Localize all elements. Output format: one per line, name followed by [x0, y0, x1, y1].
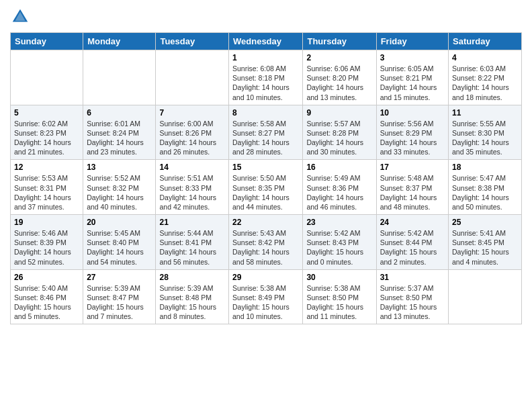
calendar-cell: 27Sunrise: 5:39 AM Sunset: 8:47 PM Dayli… — [83, 269, 156, 324]
day-number: 8 — [232, 108, 299, 118]
calendar-cell: 5Sunrise: 6:02 AM Sunset: 8:23 PM Daylig… — [11, 105, 83, 160]
day-info: Sunrise: 5:49 AM Sunset: 8:36 PM Dayligh… — [306, 173, 372, 212]
calendar-cell: 29Sunrise: 5:38 AM Sunset: 8:49 PM Dayli… — [229, 269, 303, 324]
calendar-cell: 30Sunrise: 5:38 AM Sunset: 8:50 PM Dayli… — [303, 269, 376, 324]
calendar-cell: 16Sunrise: 5:49 AM Sunset: 8:36 PM Dayli… — [303, 160, 376, 215]
day-info: Sunrise: 6:08 AM Sunset: 8:18 PM Dayligh… — [232, 64, 299, 102]
day-info: Sunrise: 5:51 AM Sunset: 8:33 PM Dayligh… — [159, 173, 225, 212]
day-number: 14 — [159, 163, 225, 172]
day-info: Sunrise: 5:44 AM Sunset: 8:41 PM Dayligh… — [159, 228, 225, 267]
day-number: 27 — [87, 273, 152, 282]
day-number: 13 — [87, 163, 152, 172]
day-number: 12 — [14, 163, 79, 172]
calendar-cell: 19Sunrise: 5:46 AM Sunset: 8:39 PM Dayli… — [11, 215, 83, 270]
calendar-cell: 1Sunrise: 6:08 AM Sunset: 8:18 PM Daylig… — [229, 50, 303, 105]
calendar: SundayMondayTuesdayWednesdayThursdayFrid… — [10, 32, 522, 324]
calendar-cell — [83, 50, 156, 105]
logo-icon — [10, 7, 30, 27]
day-number: 24 — [380, 218, 445, 227]
calendar-cell: 23Sunrise: 5:42 AM Sunset: 8:43 PM Dayli… — [303, 215, 376, 270]
day-info: Sunrise: 5:50 AM Sunset: 8:35 PM Dayligh… — [232, 173, 299, 212]
weekday-header: Tuesday — [156, 33, 229, 50]
calendar-cell: 24Sunrise: 5:42 AM Sunset: 8:44 PM Dayli… — [376, 215, 448, 270]
day-info: Sunrise: 5:56 AM Sunset: 8:29 PM Dayligh… — [380, 119, 445, 157]
calendar-cell: 28Sunrise: 5:39 AM Sunset: 8:48 PM Dayli… — [156, 269, 229, 324]
day-number: 28 — [159, 273, 225, 282]
day-number: 1 — [232, 53, 299, 62]
day-number: 5 — [14, 108, 79, 118]
day-info: Sunrise: 5:40 AM Sunset: 8:46 PM Dayligh… — [14, 283, 79, 322]
day-number: 29 — [232, 273, 299, 282]
page: SundayMondayTuesdayWednesdayThursdayFrid… — [0, 0, 532, 411]
weekday-row: SundayMondayTuesdayWednesdayThursdayFrid… — [11, 33, 522, 50]
calendar-header: SundayMondayTuesdayWednesdayThursdayFrid… — [11, 33, 522, 50]
day-number: 2 — [306, 53, 372, 62]
day-number: 6 — [87, 108, 152, 118]
calendar-cell: 10Sunrise: 5:56 AM Sunset: 8:29 PM Dayli… — [376, 105, 448, 160]
calendar-cell: 13Sunrise: 5:52 AM Sunset: 8:32 PM Dayli… — [83, 160, 156, 215]
day-number: 4 — [452, 53, 518, 62]
weekday-header: Wednesday — [229, 33, 303, 50]
calendar-cell: 20Sunrise: 5:45 AM Sunset: 8:40 PM Dayli… — [83, 215, 156, 270]
calendar-cell: 25Sunrise: 5:41 AM Sunset: 8:45 PM Dayli… — [449, 215, 522, 270]
calendar-cell: 6Sunrise: 6:01 AM Sunset: 8:24 PM Daylig… — [83, 105, 156, 160]
day-info: Sunrise: 6:01 AM Sunset: 8:24 PM Dayligh… — [87, 119, 152, 157]
day-number: 17 — [380, 163, 445, 172]
day-info: Sunrise: 5:45 AM Sunset: 8:40 PM Dayligh… — [87, 228, 152, 267]
calendar-cell — [11, 50, 83, 105]
day-info: Sunrise: 5:38 AM Sunset: 8:49 PM Dayligh… — [232, 283, 299, 322]
day-info: Sunrise: 5:46 AM Sunset: 8:39 PM Dayligh… — [14, 228, 79, 267]
calendar-cell: 17Sunrise: 5:48 AM Sunset: 8:37 PM Dayli… — [376, 160, 448, 215]
calendar-cell: 31Sunrise: 5:37 AM Sunset: 8:50 PM Dayli… — [376, 269, 448, 324]
calendar-cell: 2Sunrise: 6:06 AM Sunset: 8:20 PM Daylig… — [303, 50, 376, 105]
calendar-cell — [156, 50, 229, 105]
header — [10, 7, 522, 27]
day-info: Sunrise: 6:02 AM Sunset: 8:23 PM Dayligh… — [14, 119, 79, 157]
day-info: Sunrise: 5:57 AM Sunset: 8:28 PM Dayligh… — [306, 119, 372, 157]
calendar-cell: 18Sunrise: 5:47 AM Sunset: 8:38 PM Dayli… — [449, 160, 522, 215]
calendar-cell: 8Sunrise: 5:58 AM Sunset: 8:27 PM Daylig… — [229, 105, 303, 160]
day-number: 23 — [306, 218, 372, 227]
day-number: 16 — [306, 163, 372, 172]
calendar-cell: 4Sunrise: 6:03 AM Sunset: 8:22 PM Daylig… — [449, 50, 522, 105]
calendar-cell: 3Sunrise: 6:05 AM Sunset: 8:21 PM Daylig… — [376, 50, 448, 105]
weekday-header: Friday — [376, 33, 448, 50]
day-number: 20 — [87, 218, 152, 227]
calendar-cell: 15Sunrise: 5:50 AM Sunset: 8:35 PM Dayli… — [229, 160, 303, 215]
weekday-header: Monday — [83, 33, 156, 50]
day-info: Sunrise: 5:58 AM Sunset: 8:27 PM Dayligh… — [232, 119, 299, 157]
day-info: Sunrise: 6:00 AM Sunset: 8:26 PM Dayligh… — [159, 119, 225, 157]
day-info: Sunrise: 5:47 AM Sunset: 8:38 PM Dayligh… — [452, 173, 518, 212]
calendar-cell: 9Sunrise: 5:57 AM Sunset: 8:28 PM Daylig… — [303, 105, 376, 160]
week-row: 19Sunrise: 5:46 AM Sunset: 8:39 PM Dayli… — [11, 215, 522, 270]
day-info: Sunrise: 5:39 AM Sunset: 8:48 PM Dayligh… — [159, 283, 225, 322]
weekday-header: Thursday — [303, 33, 376, 50]
week-row: 1Sunrise: 6:08 AM Sunset: 8:18 PM Daylig… — [11, 50, 522, 105]
day-number: 3 — [380, 53, 445, 62]
day-number: 11 — [452, 108, 518, 118]
calendar-cell: 22Sunrise: 5:43 AM Sunset: 8:42 PM Dayli… — [229, 215, 303, 270]
day-info: Sunrise: 5:52 AM Sunset: 8:32 PM Dayligh… — [87, 173, 152, 212]
day-info: Sunrise: 5:43 AM Sunset: 8:42 PM Dayligh… — [232, 228, 299, 267]
calendar-cell: 11Sunrise: 5:55 AM Sunset: 8:30 PM Dayli… — [449, 105, 522, 160]
day-number: 7 — [159, 108, 225, 118]
week-row: 12Sunrise: 5:53 AM Sunset: 8:31 PM Dayli… — [11, 160, 522, 215]
calendar-cell — [449, 269, 522, 324]
day-number: 22 — [232, 218, 299, 227]
day-info: Sunrise: 5:38 AM Sunset: 8:50 PM Dayligh… — [306, 283, 372, 322]
calendar-cell: 7Sunrise: 6:00 AM Sunset: 8:26 PM Daylig… — [156, 105, 229, 160]
day-number: 25 — [452, 218, 518, 227]
day-info: Sunrise: 5:41 AM Sunset: 8:45 PM Dayligh… — [452, 228, 518, 267]
day-info: Sunrise: 5:37 AM Sunset: 8:50 PM Dayligh… — [380, 283, 445, 322]
day-info: Sunrise: 5:42 AM Sunset: 8:43 PM Dayligh… — [306, 228, 372, 267]
week-row: 26Sunrise: 5:40 AM Sunset: 8:46 PM Dayli… — [11, 269, 522, 324]
calendar-cell: 12Sunrise: 5:53 AM Sunset: 8:31 PM Dayli… — [11, 160, 83, 215]
calendar-cell: 21Sunrise: 5:44 AM Sunset: 8:41 PM Dayli… — [156, 215, 229, 270]
calendar-body: 1Sunrise: 6:08 AM Sunset: 8:18 PM Daylig… — [11, 50, 522, 324]
day-info: Sunrise: 5:48 AM Sunset: 8:37 PM Dayligh… — [380, 173, 445, 212]
day-info: Sunrise: 6:06 AM Sunset: 8:20 PM Dayligh… — [306, 64, 372, 102]
day-info: Sunrise: 5:55 AM Sunset: 8:30 PM Dayligh… — [452, 119, 518, 157]
day-number: 10 — [380, 108, 445, 118]
calendar-cell: 26Sunrise: 5:40 AM Sunset: 8:46 PM Dayli… — [11, 269, 83, 324]
logo — [10, 7, 33, 27]
